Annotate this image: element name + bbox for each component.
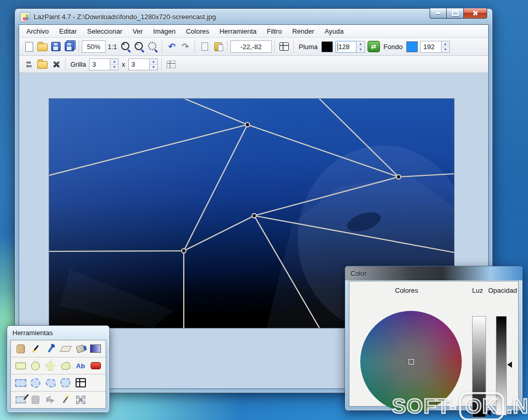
zoom-original-button[interactable]: 1:1 [106,40,119,53]
spinner-arrows[interactable]: ▲▼ [356,41,365,53]
zoom-out-button[interactable]: − [133,40,145,53]
grid-width-value[interactable]: 3 [89,58,110,70]
minimize-button[interactable] [430,8,447,19]
spinner-arrows[interactable]: ▲▼ [441,41,450,53]
move-selection-tool-button[interactable] [28,394,43,406]
eraser-tool-button[interactable] [58,342,73,355]
pen-alpha-spinner[interactable]: 128 ▲▼ [335,41,365,53]
pencil-tool-button[interactable] [28,342,43,355]
background-alpha-value[interactable]: 192 [420,41,441,53]
save-button[interactable] [50,40,62,53]
select-rect-tool-button[interactable] [13,377,28,389]
spin-down-icon[interactable]: ▼ [150,65,157,70]
mesh-line[interactable] [49,125,247,175]
undo-button[interactable]: ↶ [166,40,178,53]
tools-palette-titlebar[interactable]: Herramientas [7,326,109,339]
close-button[interactable] [464,8,487,19]
hand-tool-button[interactable] [13,342,28,355]
mesh-line[interactable] [185,99,247,125]
spinner-arrows[interactable]: ▲▼ [110,58,119,70]
mesh-line[interactable] [49,251,184,251]
background-color-swatch[interactable] [406,41,418,52]
mesh-vertex-handle[interactable] [245,123,250,127]
mesh-vertex-handle[interactable] [397,175,401,179]
mesh-line[interactable] [184,216,254,251]
mesh-vertex-handle[interactable] [252,214,256,218]
mesh-line[interactable] [319,99,399,177]
select-polygon-tool-button[interactable] [58,377,73,389]
pen-alpha-value[interactable]: 128 [335,41,356,53]
deformation-grid-tool-button[interactable] [73,377,88,389]
spin-down-icon[interactable]: ▼ [442,47,449,52]
color-wheel-marker[interactable] [408,359,414,365]
spin-up-icon[interactable]: ▲ [110,59,118,65]
load-texture-button[interactable] [36,57,49,71]
zoom-in-button[interactable]: + [120,40,132,53]
curve-tool-button[interactable] [58,359,73,372]
mesh-line[interactable] [399,174,454,177]
text-tool-button[interactable]: Ab [73,359,88,372]
light-label: Luz [472,287,483,294]
spin-up-icon[interactable]: ▲ [357,41,364,47]
deselect-tool-button[interactable] [73,394,88,406]
rotate-selection-tool-button[interactable] [43,394,58,406]
select-ellipse-tool-button[interactable] [28,377,43,389]
select-polygon-icon [60,378,71,388]
menu-filtro[interactable]: Filtro [261,26,287,36]
flood-fill-tool-button[interactable] [73,342,88,355]
grid-height-value[interactable]: 3 [128,58,149,70]
zoom-fit-button[interactable] [146,40,159,53]
maximize-button[interactable] [447,8,464,19]
mesh-line[interactable] [247,125,399,177]
mesh-vertex-handle[interactable] [182,249,186,253]
ellipse-tool-button[interactable] [28,359,43,372]
redo-button[interactable]: ↷ [179,40,192,53]
menu-archivo[interactable]: Archivo [23,26,54,36]
dotted-grid-button[interactable] [165,57,178,71]
grid-width-spinner[interactable]: 3 ▲▼ [89,58,119,70]
filled-rectangle-tool-button[interactable] [88,359,103,372]
mesh-line[interactable] [254,177,399,216]
menu-ayuda[interactable]: Ayuda [319,26,349,36]
selection-pen-tool-button[interactable] [13,394,28,406]
spin-down-icon[interactable]: ▼ [110,65,118,70]
eyedropper-tool-button[interactable] [43,342,58,355]
window-titlebar[interactable]: LazPaint 4.7 - Z:\Downloads\fondo_1280x7… [15,9,492,24]
grid-toggle-button[interactable] [278,40,290,53]
remove-texture-button[interactable] [50,57,62,71]
save-as-button[interactable] [63,40,76,53]
menu-render[interactable]: Render [287,26,319,36]
menu-herramienta[interactable]: Herramienta [214,26,262,36]
spin-down-icon[interactable]: ▼ [357,47,364,52]
menu-editar[interactable]: Editar [54,26,82,36]
menu-ver[interactable]: Ver [127,26,148,36]
open-file-button[interactable] [36,40,49,53]
paste-button[interactable] [212,40,224,53]
grid-height-spinner[interactable]: 3 ▲▼ [128,58,158,70]
mesh-line[interactable] [254,216,319,328]
pen-color-swatch[interactable] [321,41,333,52]
no-texture-button[interactable]: notex [23,57,35,71]
menu-colores[interactable]: Colores [181,26,214,36]
mesh-line[interactable] [254,216,454,252]
spin-up-icon[interactable]: ▲ [442,41,449,47]
new-file-button[interactable] [23,40,35,53]
polygon-tool-button[interactable] [43,359,58,372]
color-window-titlebar[interactable]: Color [345,266,522,280]
magic-wand-tool-button[interactable] [58,394,73,406]
swap-colors-button[interactable]: ⇄ [368,41,380,52]
menu-seleccionar[interactable]: Seleccionar [82,26,127,36]
pencil-icon [32,345,39,353]
copy-button[interactable] [198,40,211,53]
spin-up-icon[interactable]: ▲ [150,59,157,65]
opacity-slider-arrow[interactable] [507,362,512,368]
gradient-tool-button[interactable] [88,342,103,355]
select-freehand-tool-button[interactable] [43,377,58,389]
zoom-value-field[interactable]: 50% [82,40,106,53]
spinner-arrows[interactable]: ▲▼ [149,58,158,70]
menu-imagen[interactable]: Imágen [148,26,181,36]
background-alpha-spinner[interactable]: 192 ▲▼ [420,41,450,53]
tools-panel: Ab [10,340,106,409]
rectangle-tool-button[interactable] [13,359,28,372]
mesh-line[interactable] [184,125,247,251]
